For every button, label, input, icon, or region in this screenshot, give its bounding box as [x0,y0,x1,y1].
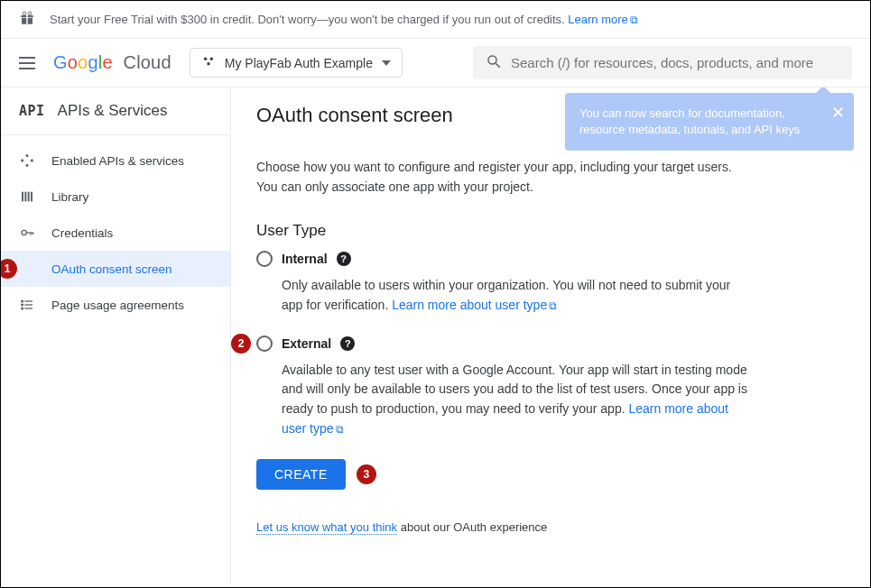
project-icon [201,54,216,71]
svg-point-8 [488,56,496,64]
svg-point-4 [28,12,32,15]
page-intro: Choose how you want to configure and reg… [256,158,744,197]
free-trial-banner: Start your Free Trial with $300 in credi… [1,1,870,39]
sidebar-item-label: Library [51,190,88,204]
svg-rect-13 [25,163,29,167]
user-type-external-label: External [282,336,331,351]
sidebar-item-page-usage[interactable]: Page usage agreements [1,287,230,323]
svg-point-18 [22,230,26,234]
annotation-badge-3: 3 [357,464,376,484]
feedback-row: Let us know what you think about our OAu… [256,520,845,534]
svg-point-7 [207,62,209,65]
user-type-heading: User Type [256,222,845,240]
promo-text: Start your Free Trial with $300 in credi… [50,13,568,26]
user-type-internal-label: Internal [282,252,328,266]
tooltip-close-button[interactable]: ✕ [831,102,845,124]
sidebar-item-oauth-consent[interactable]: 1 OAuth consent screen [1,251,230,287]
sidebar: API APIs & Services Enabled APIs & servi… [1,87,231,583]
external-link-icon: ⧉ [630,14,638,26]
diamond-icon [19,153,35,168]
sidebar-item-label: OAuth consent screen [51,262,172,276]
svg-point-26 [22,304,23,306]
svg-point-3 [23,12,26,15]
annotation-badge-1: 1 [0,259,17,279]
promo-learn-more-link[interactable]: Learn more⧉ [568,13,637,26]
library-icon [19,189,35,204]
search-input[interactable] [511,55,839,70]
learn-more-user-type-internal-link[interactable]: Learn more about user type⧉ [392,298,557,312]
help-icon[interactable]: ? [340,336,355,351]
svg-point-27 [22,308,23,309]
svg-rect-17 [31,192,32,202]
sidebar-item-enabled-apis[interactable]: Enabled APIs & services [1,142,230,179]
external-link-icon: ⧉ [336,421,344,438]
project-name: My PlayFab Auth Example [225,56,373,70]
project-picker[interactable]: My PlayFab Auth Example [190,48,403,78]
sidebar-item-label: Page usage agreements [51,299,184,312]
sidebar-item-credentials[interactable]: Credentials [1,215,230,251]
user-type-external-desc: Available to any test user with a Google… [282,361,751,439]
external-link-icon: ⧉ [549,298,557,315]
google-cloud-logo[interactable]: Google Cloud [53,52,171,73]
svg-rect-2 [26,12,28,24]
user-type-internal-radio[interactable] [256,251,273,267]
settings-list-icon [19,298,35,312]
svg-point-25 [22,300,23,302]
svg-rect-11 [21,159,24,162]
svg-point-6 [209,58,212,60]
create-button[interactable]: CREATE [256,459,346,490]
sidebar-item-library[interactable]: Library [1,179,230,215]
main-content: You can now search for documentation, re… [231,87,870,583]
svg-rect-14 [22,192,23,202]
search-box[interactable] [473,46,852,79]
sidebar-item-label: Enabled APIs & services [51,154,184,168]
sidebar-item-label: Credentials [51,226,113,240]
user-type-external-radio[interactable] [256,335,273,352]
annotation-badge-2: 2 [231,334,251,354]
help-icon[interactable]: ? [337,252,351,266]
svg-rect-16 [28,192,30,202]
key-icon [19,225,35,240]
svg-rect-15 [24,192,26,202]
search-tooltip: You can now search for documentation, re… [565,93,854,151]
svg-line-9 [496,63,500,68]
svg-rect-10 [25,154,29,158]
user-type-internal-desc: Only available to users within your orga… [282,276,751,315]
feedback-link[interactable]: Let us know what you think [256,520,397,535]
navigation-menu-button[interactable] [19,57,35,69]
api-icon: API [19,103,45,119]
search-icon [486,53,502,72]
sidebar-title: API APIs & Services [1,87,230,135]
top-app-bar: Google Cloud My PlayFab Auth Example [1,39,870,87]
gift-icon [19,10,35,29]
svg-point-5 [204,58,207,60]
caret-down-icon [382,60,391,66]
svg-rect-12 [30,159,33,162]
